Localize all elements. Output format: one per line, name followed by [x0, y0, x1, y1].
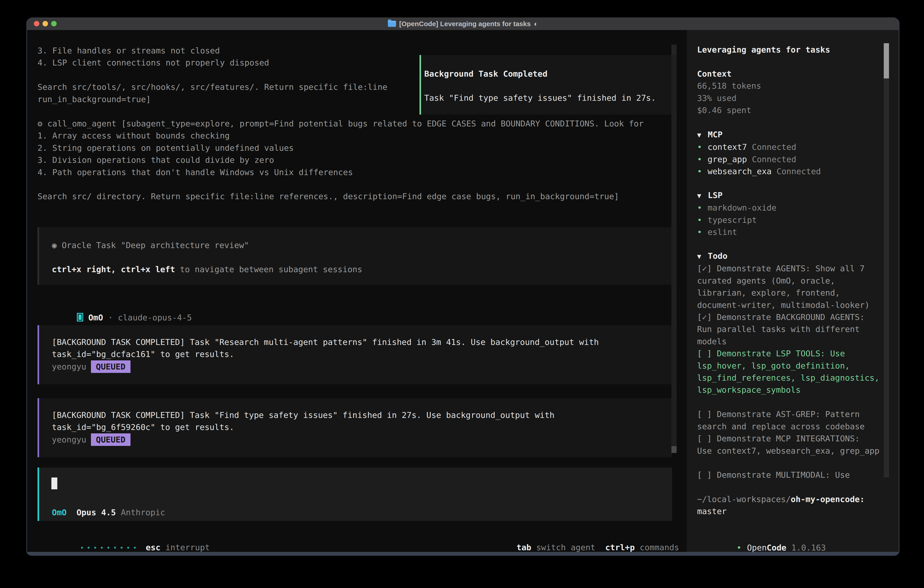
task-card: [BACKGROUND TASK COMPLETED] Task "Resear…: [38, 325, 672, 384]
lsp-heading: LSP: [708, 190, 723, 200]
bullet-icon: •: [697, 165, 708, 177]
chevron-down-icon: ▼: [697, 250, 708, 263]
mcp-item: •websearch_exa Connected: [697, 165, 821, 177]
zoom-button[interactable]: [51, 21, 57, 26]
queued-badge: QUEUED: [91, 433, 130, 446]
queued-badge: QUEUED: [91, 360, 130, 373]
mcp-item: •grep_app Connected: [697, 153, 821, 165]
esc-action: interrupt: [165, 543, 210, 552]
ctrl-p-key: ctrl+p: [605, 543, 635, 552]
app-name-bold: Code: [767, 543, 787, 552]
task-author: yeongyu: [52, 435, 86, 444]
app-name-regular: Open: [747, 543, 767, 552]
context-section: Context 66,518 tokens 33% used $0.46 spe…: [697, 68, 761, 116]
tool-call-list: 1. Array access without bounds checking …: [38, 130, 644, 178]
input-provider: Anthropic: [121, 508, 165, 517]
sidebar: Leveraging agents for tasks Context 66,5…: [686, 30, 899, 552]
minimize-button[interactable]: [43, 21, 48, 26]
task-meta: yeongyuQUEUED: [52, 360, 672, 373]
context-heading: Context: [697, 68, 761, 80]
titlebar[interactable]: [OpenCode] Leveraging agents for tasks ◐: [27, 18, 899, 30]
mcp-header[interactable]: ▼MCP: [697, 129, 821, 141]
input-status-line: OmO Opus 4.5 Anthropic: [52, 506, 165, 519]
background-task-toast: Background Task Completed Task "Find typ…: [419, 55, 676, 115]
text-cursor: [51, 477, 57, 489]
workspace-repo: oh-my-opencode:: [791, 495, 865, 504]
scrollback-text: 3. File handles or streams not closed 4.…: [38, 45, 388, 105]
version-line: •OpenCode 1.0.163: [697, 530, 826, 556]
lsp-header[interactable]: ▼LSP: [697, 189, 776, 202]
terminal-window: [OpenCode] Leveraging agents for tasks ◐…: [26, 18, 899, 556]
prompt-input-box[interactable]: OmO Opus 4.5 Anthropic: [38, 467, 672, 521]
oracle-title: Oracle Task "Deep architecture review": [62, 241, 249, 250]
statusbar-right: tab switch agent ctrl+p commands: [477, 529, 679, 556]
task-message: [BACKGROUND TASK COMPLETED] Task "Find t…: [52, 409, 672, 433]
tool-call-head: call_omo_agent [subagent_type=explore, p…: [47, 119, 644, 128]
bullet-icon: •: [697, 141, 708, 153]
todo-section: ▼Todo [✓] Demonstrate AGENTS: Show all 7…: [697, 250, 879, 481]
bullet-icon: •: [697, 214, 708, 226]
esc-key: esc: [146, 543, 160, 552]
version-number: 1.0.163: [791, 543, 826, 552]
task-card: [BACKGROUND TASK COMPLETED] Task "Find t…: [38, 398, 672, 457]
spinner-dots-icon: •••••••••: [80, 544, 139, 552]
todo-header[interactable]: ▼Todo: [697, 250, 879, 263]
oracle-hint-keys: ctrl+x right, ctrl+x left: [52, 265, 175, 274]
workspace-path: ~/local-workspaces/oh-my-opencode: maste…: [697, 493, 865, 517]
lsp-item: •eslint: [697, 226, 776, 238]
sidebar-scrollbar-thumb[interactable]: [884, 43, 889, 78]
agent-separator: ·: [108, 313, 113, 322]
lsp-item: •markdown-oxide: [697, 202, 776, 214]
bullet-icon: •: [697, 226, 708, 238]
tab-key: tab: [516, 543, 531, 552]
main-scrollbar-thumb-top[interactable]: [672, 45, 676, 55]
tab-action: switch agent: [536, 543, 595, 552]
main-scrollbar[interactable]: [672, 45, 676, 453]
chevron-down-icon: ▼: [697, 190, 708, 202]
lsp-item: •typescript: [697, 214, 776, 226]
folder-icon: [388, 21, 396, 27]
gear-icon: ⚙: [38, 119, 43, 128]
task-meta: yeongyuQUEUED: [52, 433, 672, 446]
agent-model: claude-opus-4-5: [118, 313, 191, 322]
todo-heading: Todo: [708, 251, 728, 261]
record-icon: ◐: [534, 20, 538, 28]
mcp-item: •context7 Connected: [697, 141, 821, 153]
window-title: [OpenCode] Leveraging agents for tasks ◐: [388, 20, 538, 28]
ctrl-p-action: commands: [640, 543, 679, 552]
todo-active-item: [ ] Demonstrate LSP TOOLS: Use lsp_hover…: [697, 347, 879, 396]
tool-call-tail: Search src/ directory. Return specific f…: [38, 190, 619, 202]
session-title: Leveraging agents for tasks: [697, 44, 830, 56]
todo-done-items: [✓] Demonstrate AGENTS: Show all 7 curat…: [697, 263, 879, 347]
mcp-section: ▼MCP •context7 Connected •grep_app Conne…: [697, 129, 821, 178]
oracle-hint-rest: to navigate between subagent sessions: [175, 265, 362, 274]
oracle-task-card: ◉ Oracle Task "Deep architecture review"…: [38, 227, 672, 285]
branch-name: master: [697, 505, 865, 517]
close-button[interactable]: [34, 21, 40, 26]
toast-body: Task "Find type safety issues" finished …: [424, 92, 670, 104]
statusbar-left: •••••••••esc interrupt: [40, 529, 210, 556]
todo-pending-items: [ ] Demonstrate AST-GREP: Pattern search…: [697, 396, 879, 481]
window-title-text: [OpenCode] Leveraging agents for tasks: [399, 20, 531, 28]
lsp-section: ▼LSP •markdown-oxide •typescript •eslint: [697, 189, 776, 238]
sidebar-scrollbar[interactable]: [884, 43, 889, 477]
agent-name: OmO: [88, 313, 103, 322]
chevron-down-icon: ▼: [697, 129, 708, 141]
bullet-icon: •: [736, 542, 747, 554]
task-message: [BACKGROUND TASK COMPLETED] Task "Resear…: [52, 336, 672, 360]
workspace-prefix: ~/local-workspaces/: [697, 495, 791, 504]
bullet-icon: •: [697, 153, 708, 165]
tool-call: ⚙ call_omo_agent [subagent_type=explore,…: [38, 117, 644, 178]
input-model: Opus 4.5: [76, 508, 116, 517]
oracle-icon: ◉: [52, 241, 57, 250]
toast-title: Background Task Completed: [424, 68, 670, 80]
mcp-heading: MCP: [708, 130, 723, 139]
main-terminal: 3. File handles or streams not closed 4.…: [27, 30, 686, 552]
task-author: yeongyu: [52, 362, 86, 371]
context-stats: 66,518 tokens 33% used $0.46 spent: [697, 80, 761, 116]
input-agent-name: OmO: [52, 508, 67, 517]
bullet-icon: •: [697, 202, 708, 214]
oracle-hint: ctrl+x right, ctrl+x left to navigate be…: [52, 263, 672, 275]
main-scrollbar-thumb[interactable]: [672, 446, 676, 453]
agent-square-icon: [77, 313, 83, 322]
